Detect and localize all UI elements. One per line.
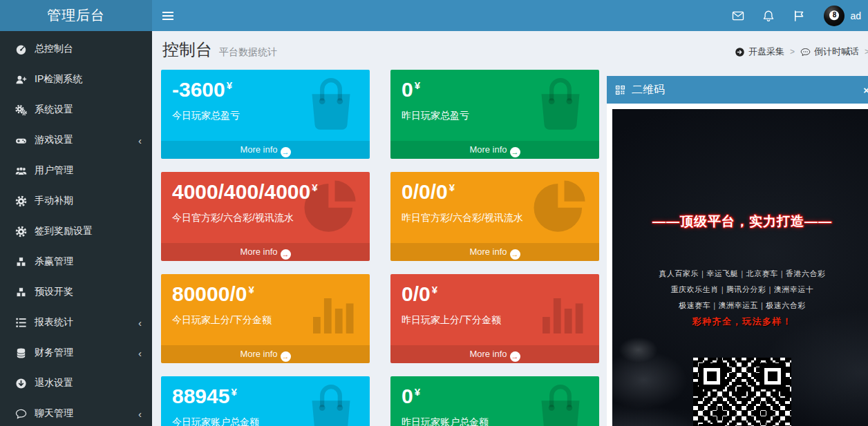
sidebar-item-game-settings[interactable]: 游戏设置‹: [0, 125, 152, 155]
qrcode-icon: [615, 85, 625, 95]
stat-value: 4000/400/4000¥: [172, 182, 363, 202]
app-logo[interactable]: 管理后台: [0, 0, 152, 31]
stat-value: 0¥: [402, 386, 592, 407]
breadcrumb-item-countdown-shout[interactable]: 倒计时喊话: [800, 46, 859, 58]
bell-icon: [762, 10, 775, 22]
flag-icon: [793, 10, 805, 22]
stat-label: 今日玩家总盈亏: [172, 110, 363, 122]
stat-value: 0¥: [402, 79, 592, 100]
sidebar-item-user-management[interactable]: 用户管理: [0, 155, 152, 186]
stat-box-today-turnover: 4000/400/4000¥今日官方彩/六合彩/视讯流水 More info→: [161, 172, 370, 261]
stat-box-yesterday-deposit-withdraw: 0/0¥昨日玩家上分/下分金额 More info→: [390, 274, 599, 363]
sidebar-item-system-settings[interactable]: 系统设置: [0, 95, 152, 125]
arrow-right-icon: →: [510, 147, 520, 157]
page-subtitle: 平台数据统计: [219, 46, 277, 59]
list-icon: [15, 317, 27, 329]
sidebar-item-finance[interactable]: 财务管理‹: [0, 338, 152, 368]
chevron-left-icon: ‹: [138, 409, 142, 419]
sidebar-item-manual-period[interactable]: 手动补期: [0, 186, 152, 216]
envelope-icon: [732, 10, 744, 22]
notifications-button[interactable]: [753, 0, 784, 31]
stat-value: 88945¥: [172, 386, 363, 407]
sidebar-item-preset-draw[interactable]: 预设开奖: [0, 277, 152, 307]
circle-down-icon: [15, 378, 27, 389]
breadcrumb-separator: >: [865, 47, 868, 57]
qr-code-panel: 二维码 × ——顶级平台，实力打造—— 真人百家乐｜幸运飞艇｜北京赛车｜香港六合…: [607, 76, 868, 426]
stat-label: 今日玩家上分/下分金额: [172, 314, 363, 327]
more-info-link[interactable]: More info→: [161, 141, 370, 159]
sidebar-item-report-stats[interactable]: 报表统计‹: [0, 307, 152, 338]
more-info-link[interactable]: More info→: [390, 345, 599, 363]
promo-game-line: 真人百家乐｜幸运飞艇｜北京赛车｜香港六合彩: [612, 269, 868, 279]
sidebar-toggle-button[interactable]: [152, 0, 184, 31]
chevron-left-icon: ‹: [138, 348, 142, 358]
stat-label: 昨日玩家账户总金额: [402, 416, 592, 426]
gear-icon: [15, 226, 27, 238]
breadcrumb-item-opening-collect[interactable]: 开盘采集: [735, 46, 784, 58]
cubes-icon: [15, 256, 27, 268]
sidebar-item-ip-detection[interactable]: IP检测系统: [0, 64, 152, 95]
more-info-link[interactable]: More info→: [390, 243, 599, 261]
qr-finder-pattern: [699, 363, 725, 389]
arrow-right-icon: →: [510, 351, 520, 362]
more-info-link[interactable]: More info→: [161, 243, 370, 261]
breadcrumb: 开盘采集 > 倒计时喊话 >: [735, 46, 868, 58]
stat-box-today-profit: -3600¥今日玩家总盈亏 More info→: [161, 70, 370, 159]
more-info-link[interactable]: More info→: [161, 345, 370, 363]
arrow-right-icon: →: [281, 249, 291, 260]
cubes-icon: [15, 287, 27, 298]
promo-image: ——顶级平台，实力打造—— 真人百家乐｜幸运飞艇｜北京赛车｜香港六合彩 重庆欢乐…: [612, 109, 868, 426]
top-navbar: 管理后台 8 ad: [0, 0, 868, 31]
stat-box-today-deposit-withdraw: 80000/0¥今日玩家上分/下分金额 More info→: [161, 274, 370, 363]
page-title: 控制台: [162, 39, 212, 61]
qr-finder-pattern: [760, 363, 786, 389]
stats-grid: -3600¥今日玩家总盈亏 More info→ 0¥昨日玩家总盈亏 More …: [161, 70, 599, 426]
comment-icon: [800, 47, 811, 57]
user-plus-icon: [15, 74, 27, 86]
chat-icon: [15, 408, 27, 420]
username: ad: [850, 10, 861, 21]
stat-value: -3600¥: [172, 79, 363, 100]
more-info-link[interactable]: More info→: [390, 141, 599, 159]
stat-label: 昨日官方彩/六合彩/视讯流水: [402, 212, 592, 224]
sidebar-item-signin-reward[interactable]: 签到奖励设置: [0, 216, 152, 246]
close-icon[interactable]: ×: [863, 85, 868, 95]
sidebar: 总控制台 IP检测系统 系统设置 游戏设置‹ 用户管理 手动补期 签到奖励设置 …: [0, 31, 152, 426]
chevron-left-icon: ‹: [138, 318, 142, 328]
stat-box-today-account-total: 88945¥今日玩家账户总金额 More info→: [161, 376, 370, 426]
user-menu[interactable]: 8 ad: [814, 0, 868, 31]
stat-box-yesterday-turnover: 0/0/0¥昨日官方彩/六合彩/视讯流水 More info→: [390, 172, 599, 261]
stat-box-yesterday-account-total: 0¥昨日玩家账户总金额 More info→: [390, 376, 599, 426]
qr-panel-header: 二维码 ×: [607, 76, 868, 104]
sidebar-item-rebate[interactable]: 退水设置: [0, 368, 152, 398]
breadcrumb-separator: >: [790, 47, 795, 57]
database-icon: [15, 347, 27, 359]
gear-icon: [15, 195, 27, 207]
arrow-right-icon: →: [510, 249, 520, 260]
stat-label: 昨日玩家上分/下分金额: [402, 314, 592, 327]
stat-value: 0/0/0¥: [402, 182, 592, 202]
stat-label: 今日官方彩/六合彩/视讯流水: [172, 212, 363, 224]
dashboard-icon: [15, 43, 27, 55]
page-header: 控制台 平台数据统计: [162, 39, 277, 61]
sidebar-item-chat[interactable]: 聊天管理‹: [0, 398, 152, 426]
sidebar-item-kill-win[interactable]: 杀赢管理: [0, 246, 152, 277]
promo-game-line: 重庆欢乐生肖｜腾讯分分彩｜澳洲幸运十: [612, 284, 868, 295]
stat-value: 80000/0¥: [172, 284, 363, 304]
stat-label: 昨日玩家总盈亏: [402, 110, 592, 122]
tasks-button[interactable]: [784, 0, 814, 31]
stat-value: 0/0¥: [402, 284, 592, 304]
gamepad-icon: [15, 135, 27, 146]
qr-panel-title: 二维码: [632, 83, 665, 97]
messages-button[interactable]: [723, 0, 753, 31]
arrow-right-icon: →: [281, 147, 291, 157]
sidebar-item-main-console[interactable]: 总控制台: [0, 34, 152, 64]
arrow-circle-icon: [735, 47, 745, 57]
stat-label: 今日玩家账户总金额: [172, 416, 363, 426]
arrow-right-icon: →: [281, 351, 291, 362]
qr-code-image: [693, 358, 791, 426]
promo-headline: ——顶级平台，实力打造——: [612, 213, 868, 231]
cogs-icon: [15, 104, 27, 116]
avatar: 8: [824, 6, 845, 26]
qr-panel-body: ——顶级平台，实力打造—— 真人百家乐｜幸运飞艇｜北京赛车｜香港六合彩 重庆欢乐…: [607, 104, 868, 426]
